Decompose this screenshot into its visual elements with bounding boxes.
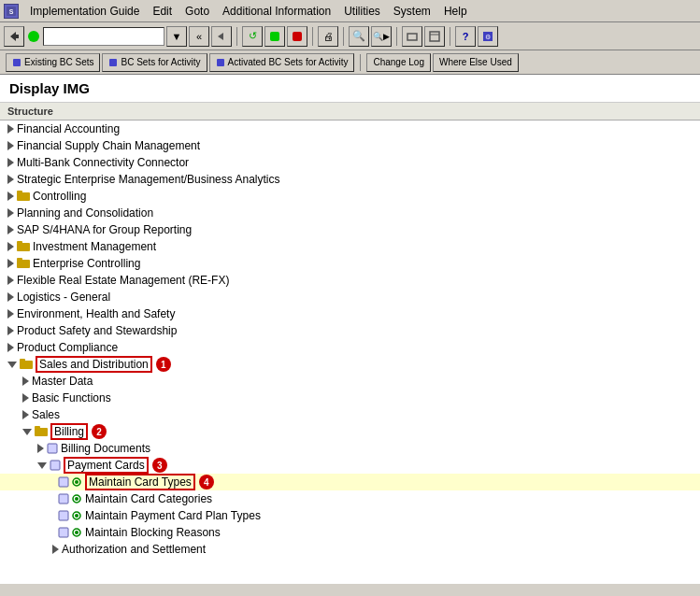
expand-icon	[7, 158, 14, 167]
enterprise-folder-icon	[17, 257, 30, 270]
change-log-btn[interactable]: Change Log	[366, 53, 431, 72]
bc-sets-toolbar: Existing BC Sets BC Sets for Activity Ac…	[0, 50, 700, 75]
tree-area[interactable]: Financial Accounting Financial Supply Ch…	[0, 121, 700, 584]
tree-logistics-general[interactable]: Logistics - General	[0, 289, 700, 305]
refresh-btn[interactable]: ↺	[242, 26, 263, 47]
find-btn[interactable]: 🔍	[349, 26, 369, 47]
payment-plan-small-icon	[58, 510, 69, 521]
tree-maintain-card-categories[interactable]: Maintain Card Categories	[0, 490, 700, 507]
tree-multi-bank[interactable]: Multi-Bank Connectivity Connector	[0, 154, 700, 171]
tree-enterprise-controlling[interactable]: Enterprise Controlling	[0, 255, 700, 272]
svg-rect-26	[50, 461, 60, 470]
back-button[interactable]	[4, 26, 24, 47]
expand-icon	[22, 393, 29, 403]
tree-strategic-enterprise[interactable]: Strategic Enterprise Management/Business…	[0, 171, 700, 188]
existing-bc-sets-btn[interactable]: Existing BC Sets	[6, 53, 100, 72]
svg-rect-36	[59, 528, 68, 537]
tree-maintain-payment-card-plan[interactable]: Maintain Payment Card Plan Types	[0, 507, 700, 524]
billing-folder-icon	[35, 425, 48, 438]
expand-icon	[7, 343, 14, 352]
tree-sales-distribution[interactable]: Sales and Distribution 1	[0, 356, 700, 373]
tree-payment-cards[interactable]: Payment Cards 3	[0, 457, 700, 474]
svg-rect-19	[17, 260, 30, 268]
svg-text:⚙: ⚙	[485, 34, 491, 40]
tree-financial-accounting[interactable]: Financial Accounting	[0, 121, 700, 137]
svg-rect-24	[35, 426, 40, 429]
svg-marker-2	[10, 32, 16, 41]
tree-sap-s4hana[interactable]: SAP S/4HANA for Group Reporting	[0, 221, 700, 238]
red-flag-btn[interactable]	[287, 26, 307, 47]
tree-investment[interactable]: Investment Management	[0, 238, 700, 255]
menu-additional-information[interactable]: Additional Information	[217, 3, 336, 20]
green-flag-btn[interactable]	[264, 26, 285, 47]
menu-system[interactable]: System	[388, 3, 436, 20]
tree-planning[interactable]: Planning and Consolidation	[0, 205, 700, 221]
collapse-icon	[22, 429, 32, 435]
status-indicator	[28, 31, 39, 42]
dropdown-btn[interactable]: ▼	[166, 26, 187, 47]
tree-basic-functions[interactable]: Basic Functions	[0, 390, 700, 406]
tree-product-safety[interactable]: Product Safety and Stewardship	[0, 322, 700, 339]
expand-icon	[7, 208, 14, 218]
blocking-small-icon	[58, 527, 69, 538]
tree-master-data[interactable]: Master Data	[0, 373, 700, 390]
menu-help[interactable]: Help	[438, 3, 473, 20]
tree-flexible-real-estate[interactable]: Flexible Real Estate Management (RE-FX)	[0, 272, 700, 289]
activated-bc-sets-btn[interactable]: Activated BC Sets for Activity	[209, 53, 355, 72]
svg-text:S: S	[9, 8, 14, 15]
svg-rect-5	[270, 32, 279, 41]
payment-cards-page-icon	[50, 460, 61, 471]
bc-sets-activity-btn[interactable]: BC Sets for Activity	[102, 53, 207, 72]
toolbar-btn-6[interactable]	[424, 26, 445, 47]
main-toolbar: ▼ « ↺ 🖨 🔍 🔍▶ ? ⚙	[0, 22, 700, 50]
tree-sales[interactable]: Sales	[0, 406, 700, 423]
tree-billing-documents[interactable]: Billing Documents	[0, 440, 700, 457]
svg-rect-20	[17, 258, 22, 261]
expand-icon	[37, 444, 44, 453]
svg-marker-4	[218, 33, 223, 40]
tree-environment[interactable]: Environment, Health and Safety	[0, 305, 700, 322]
svg-rect-6	[293, 32, 302, 41]
expand-icon	[7, 292, 14, 302]
expand-icon	[22, 376, 29, 386]
svg-point-38	[75, 531, 79, 534]
collapse-icon	[37, 462, 47, 469]
settings-btn[interactable]: ⚙	[478, 26, 498, 47]
print-btn[interactable]: 🖨	[318, 26, 338, 47]
tree-authorization-settlement[interactable]: Authorization and Settlement	[0, 541, 700, 558]
nav-prev-btn[interactable]: «	[189, 26, 209, 47]
sap-icon: S	[4, 4, 19, 19]
menu-implementation-guide[interactable]: Implementation Guide	[24, 3, 145, 20]
command-input[interactable]	[43, 27, 164, 46]
controlling-folder-icon	[17, 190, 30, 203]
page-title: Display IMG	[9, 80, 691, 96]
svg-rect-12	[13, 59, 21, 66]
svg-rect-30	[59, 494, 68, 504]
find-next-btn[interactable]: 🔍▶	[371, 26, 392, 47]
svg-rect-33	[59, 511, 68, 520]
billing-docs-page-icon	[47, 443, 58, 454]
menu-utilities[interactable]: Utilities	[338, 3, 386, 20]
nav-back-btn[interactable]	[211, 26, 232, 47]
svg-point-32	[75, 497, 79, 501]
menu-goto[interactable]: Goto	[179, 3, 215, 20]
tree-maintain-blocking-reasons[interactable]: Maintain Blocking Reasons	[0, 524, 700, 541]
tree-controlling[interactable]: Controlling	[0, 188, 700, 205]
card-types-gear-icon	[71, 476, 82, 488]
svg-rect-27	[59, 477, 68, 487]
card-cat-gear-icon	[71, 493, 82, 504]
where-else-used-btn[interactable]: Where Else Used	[433, 53, 519, 72]
svg-rect-8	[430, 32, 439, 41]
toolbar-btn-5[interactable]	[402, 26, 422, 47]
svg-rect-17	[17, 243, 30, 251]
tree-product-compliance[interactable]: Product Compliance	[0, 339, 700, 356]
svg-point-35	[75, 514, 79, 518]
svg-rect-22	[20, 359, 25, 362]
tree-financial-supply[interactable]: Financial Supply Chain Management	[0, 137, 700, 154]
payment-plan-gear-icon	[71, 510, 82, 521]
tree-billing[interactable]: Billing 2	[0, 423, 700, 440]
menu-edit[interactable]: Edit	[147, 3, 178, 20]
tree-maintain-card-types[interactable]: Maintain Card Types 4	[0, 474, 700, 490]
help-btn[interactable]: ?	[455, 26, 476, 47]
collapse-icon	[7, 362, 17, 368]
